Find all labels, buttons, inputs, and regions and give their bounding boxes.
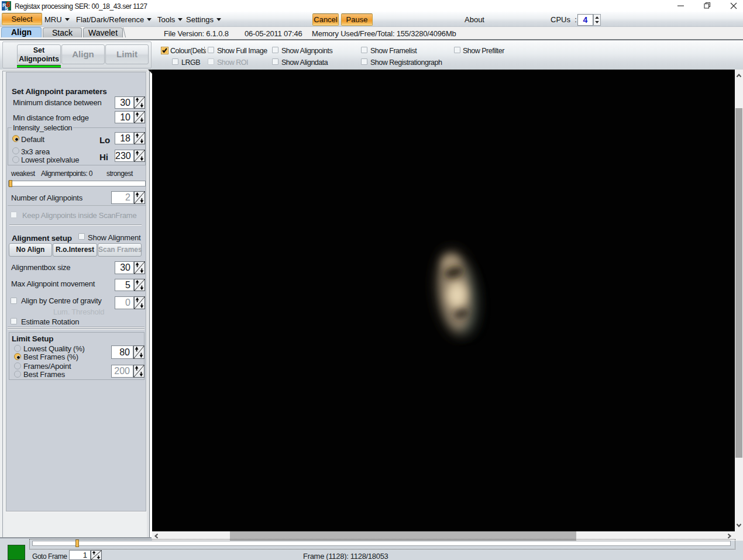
svg-text:6: 6 [6,1,11,9]
